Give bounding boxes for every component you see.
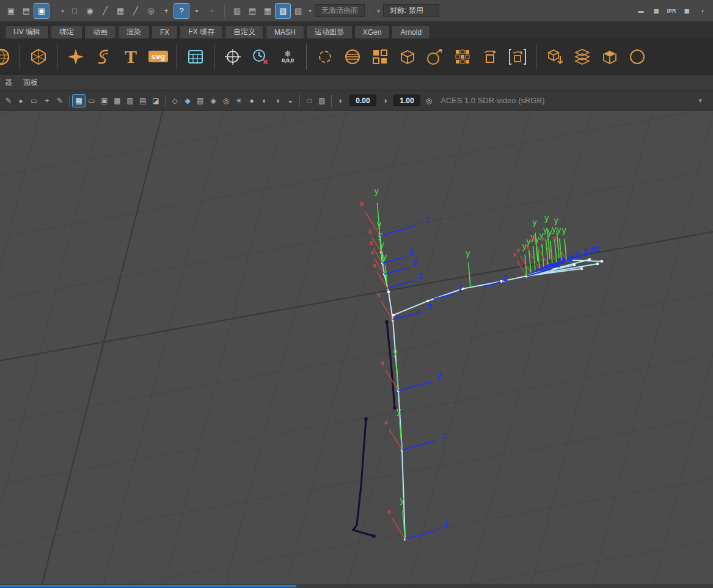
select-tool-button[interactable]: ▣ bbox=[34, 4, 49, 18]
snap-grid-icon[interactable]: ▦ bbox=[113, 4, 128, 18]
motion-blur-icon[interactable]: ◑ bbox=[271, 95, 283, 107]
hierarchy-mask-icon[interactable]: □ bbox=[67, 4, 82, 18]
object-mask-icon[interactable]: ◉ bbox=[82, 4, 97, 18]
bottom-blue-bar[interactable] bbox=[0, 585, 296, 587]
zero-transform-icon[interactable]: ❄ 0,0,0 bbox=[276, 43, 300, 70]
bind-skin-icon[interactable] bbox=[543, 43, 567, 70]
field-chart-icon[interactable]: ▥ bbox=[124, 95, 136, 107]
blendshape-icon[interactable] bbox=[340, 43, 365, 70]
default-material-icon[interactable]: ◈ bbox=[207, 95, 219, 107]
lock-selection-icon[interactable]: ▫ bbox=[205, 4, 219, 18]
snap-view-plane-icon[interactable]: ? bbox=[174, 4, 189, 18]
tab-fx[interactable]: FX bbox=[152, 25, 178, 38]
sculpt-deformer-icon[interactable] bbox=[423, 43, 447, 70]
tab-rigging[interactable]: 绑定 bbox=[51, 25, 82, 38]
textured-icon[interactable]: ▧ bbox=[194, 95, 207, 107]
graph-editor-icon[interactable] bbox=[183, 43, 208, 70]
platonic-solid-icon[interactable] bbox=[26, 43, 51, 70]
wireframe-on-shaded-icon[interactable]: ◎ bbox=[220, 95, 232, 107]
gate-mask-icon[interactable]: ▩ bbox=[111, 95, 123, 107]
lasso-tool-button[interactable]: ▣ bbox=[4, 4, 18, 18]
icon-glyph: ▪ bbox=[196, 6, 199, 15]
component-mask-icon[interactable]: ╱ bbox=[98, 4, 112, 18]
pan-zoom-icon[interactable]: + bbox=[41, 95, 53, 107]
star-sparkle-icon[interactable] bbox=[64, 43, 88, 70]
bookmark-icon[interactable]: ▸ bbox=[15, 95, 27, 107]
snap-point-icon[interactable]: ◎ bbox=[144, 4, 158, 18]
measure-locator-icon[interactable] bbox=[221, 43, 245, 70]
interactive-bind-icon[interactable] bbox=[570, 43, 594, 70]
rotate-cube-icon[interactable] bbox=[478, 43, 502, 70]
lattice-icon[interactable] bbox=[368, 43, 392, 70]
shadows-icon[interactable]: ● bbox=[246, 95, 258, 107]
menu-renderer-truncated[interactable]: 器 bbox=[5, 78, 12, 88]
ssao-icon[interactable]: ◐ bbox=[258, 95, 271, 107]
history-caret[interactable]: ▾ bbox=[309, 7, 312, 14]
safe-title-icon[interactable]: ◪ bbox=[150, 95, 162, 107]
output-connections-icon[interactable]: ▤ bbox=[245, 4, 260, 18]
svg-text:z: z bbox=[441, 430, 446, 440]
svg-tool-icon[interactable]: svg bbox=[146, 43, 170, 70]
grid-deformer-icon[interactable] bbox=[450, 43, 475, 70]
gamma-field[interactable]: 1.00 bbox=[393, 95, 420, 106]
colorspace-caret[interactable]: ▾ bbox=[698, 96, 702, 104]
gamma-icon[interactable]: ◑ bbox=[379, 95, 391, 107]
exposure-field[interactable]: 0.00 bbox=[349, 95, 376, 106]
svg-tool-glyph: svg bbox=[148, 51, 168, 62]
live-surface-field[interactable]: 无激活曲面 bbox=[315, 4, 365, 17]
viewport-canvas[interactable]: xyzxyzxyzxzxyzxyzxyzxyxyzzyzxyzxyzyzxyzy… bbox=[0, 111, 713, 584]
resolution-gate-icon[interactable]: ▣ bbox=[98, 95, 111, 107]
tab-mash[interactable]: MASH bbox=[266, 25, 304, 38]
sphere-primitive-icon[interactable] bbox=[0, 43, 13, 70]
tab-custom[interactable]: 自定义 bbox=[225, 25, 264, 38]
render-buttons-group: ▬▤IPR▦◑ bbox=[634, 4, 709, 18]
wireframe-icon[interactable]: ◇ bbox=[169, 95, 181, 107]
isolate-select-icon[interactable]: □ bbox=[303, 95, 315, 107]
xray-icon[interactable]: ▨ bbox=[316, 95, 328, 107]
safe-action-icon[interactable]: ▤ bbox=[137, 95, 149, 107]
grease-pencil-icon[interactable]: ✎ bbox=[54, 95, 66, 107]
colorspace-icon[interactable]: ◎ bbox=[423, 95, 435, 107]
paint-select-tool-button[interactable]: ▤ bbox=[19, 4, 34, 18]
bracket-rotate-cube-icon[interactable] bbox=[505, 43, 530, 70]
symmetry-field[interactable]: 对称: 禁用 bbox=[383, 4, 439, 17]
delete-keys-clock-icon[interactable] bbox=[248, 43, 272, 70]
snap-projected-center-icon[interactable]: + bbox=[159, 4, 174, 18]
text-tool-icon[interactable]: T bbox=[119, 43, 143, 70]
skin-weights-icon[interactable] bbox=[625, 43, 649, 70]
render-settings-icon[interactable]: ▦ bbox=[679, 4, 694, 18]
cluster-deformer-icon[interactable] bbox=[313, 43, 337, 70]
film-gate-icon[interactable]: ▭ bbox=[86, 95, 98, 107]
input-connections-icon[interactable]: ▥ bbox=[230, 4, 244, 18]
tab-arnold[interactable]: Arnold bbox=[392, 25, 430, 38]
selected-object-history-icon[interactable]: ▧ bbox=[276, 4, 290, 18]
render-view-icon[interactable]: ▬ bbox=[634, 4, 648, 18]
ipr-render-icon[interactable]: IPR bbox=[664, 4, 679, 18]
grease-pencil-partial-icon[interactable]: ✎ bbox=[2, 95, 15, 107]
all-lights-icon[interactable]: ☀ bbox=[233, 95, 245, 107]
grid-toggle-icon[interactable]: ▦ bbox=[73, 95, 85, 107]
tab-rendering[interactable]: 渲染 bbox=[118, 25, 150, 38]
multisample-icon[interactable]: ◒ bbox=[284, 95, 296, 107]
partial-render-icon[interactable]: ◑ bbox=[695, 4, 709, 18]
construction-history-icon[interactable]: ▦ bbox=[260, 4, 275, 18]
tab-xgen[interactable]: XGen bbox=[354, 25, 390, 38]
render-frame-icon[interactable]: ▤ bbox=[649, 4, 664, 18]
separator bbox=[20, 44, 20, 70]
snap-curve-icon[interactable]: ╱ bbox=[128, 4, 143, 18]
symmetry-caret[interactable]: ▾ bbox=[377, 7, 380, 14]
tab-fx-cache[interactable]: FX 缓存 bbox=[180, 25, 223, 38]
make-live-icon[interactable]: ▪ bbox=[189, 4, 204, 18]
selection-mode-caret[interactable]: ▾ bbox=[61, 7, 64, 14]
tab-animation[interactable]: 动画 bbox=[84, 25, 116, 38]
tab-motion-graphics[interactable]: 运动图形 bbox=[306, 25, 353, 38]
geodesic-voxel-icon[interactable] bbox=[598, 43, 622, 70]
history-options-icon[interactable]: ▨ bbox=[291, 4, 305, 18]
spiral-curve-icon[interactable] bbox=[91, 43, 115, 70]
wrap-deformer-icon[interactable] bbox=[395, 43, 420, 70]
smooth-shaded-icon[interactable]: ◆ bbox=[181, 95, 194, 107]
menu-panels[interactable]: 面板 bbox=[23, 78, 38, 88]
image-plane-icon[interactable]: ▭ bbox=[28, 95, 40, 107]
tab-uv-edit[interactable]: UV 编辑 bbox=[5, 25, 49, 38]
exposure-icon[interactable]: ◐ bbox=[335, 95, 347, 107]
